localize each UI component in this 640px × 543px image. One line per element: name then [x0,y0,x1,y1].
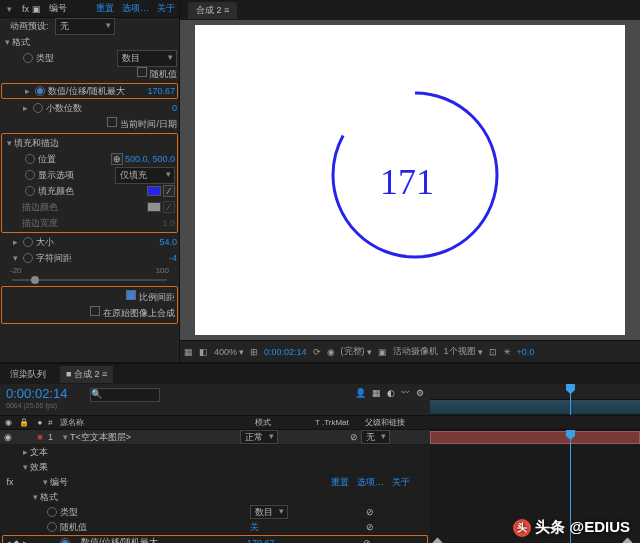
decimal-value[interactable]: 0 [172,103,177,113]
fx-badge: fx ▣ [22,4,41,14]
proportional-checkbox[interactable] [126,290,136,300]
fillcolor-label: 填充颜色 [38,185,74,198]
timecode-display[interactable]: 0:00:02:14 [264,347,307,357]
mode-dropdown[interactable]: 正常 [240,430,278,444]
playhead[interactable] [570,384,571,415]
anim-preset-dropdown[interactable]: 无 [55,18,115,35]
decimal-label: 小数位数 [46,102,82,115]
value-label: 数值/位移/随机最大 [48,85,125,98]
preview-tab[interactable]: 合成 2 ≡ [188,2,237,19]
channel-icon[interactable]: ◧ [199,347,208,357]
draft-icon[interactable]: ⚙ [416,388,424,398]
display-label: 显示选项 [38,169,74,182]
twirl-icon[interactable]: ▸ [20,103,30,113]
roi-icon[interactable]: ▣ [378,347,387,357]
anim-preset-label: 动画预设: [10,20,49,33]
twirl-icon[interactable]: ▸ [10,237,20,247]
layer-duration-bar[interactable] [430,431,640,444]
stroke-color-chip [147,202,161,212]
parent-dropdown[interactable]: 无 [361,430,390,444]
eyedropper-icon[interactable]: ⁄ [163,185,175,197]
composition-preview: 合成 2 ≡ 171 ▦ ◧ 400% ▾ ⊞ 0:00:02:14 ⟳ ◉ (… [180,0,640,362]
col-trkmat[interactable]: T .TrkMat [315,418,365,427]
crosshair-icon[interactable]: ⊕ [111,153,123,165]
stopwatch-icon[interactable] [33,103,43,113]
camera-dropdown[interactable]: 活动摄像机 [393,345,438,358]
effects-panel: ▾ fx ▣ 编号 重置 选项… 关于 动画预设: 无 ▾格式 类型 数目 随机… [0,0,180,362]
strokecolor-label: 描边颜色 [22,201,58,214]
toutiao-logo-icon: 头 [513,519,531,537]
twirl-icon[interactable]: ▾ [4,138,14,148]
time-ruler[interactable] [430,384,640,400]
twirl-icon[interactable]: ▸ [22,86,32,96]
fillstroke-section: 填充和描边 [14,137,59,150]
options-link[interactable]: 选项… [122,2,149,15]
collapse-icon[interactable]: ▾ [4,4,14,14]
random-checkbox[interactable] [137,67,147,77]
comp-tab[interactable]: ■ 合成 2 ≡ [60,366,113,383]
preview-footer: ▦ ◧ 400% ▾ ⊞ 0:00:02:14 ⟳ ◉ (完整) ▾ ▣ 活动摄… [180,340,640,362]
tracking-slider[interactable] [12,279,167,281]
alpha-icon[interactable]: ▦ [184,347,193,357]
work-area[interactable] [430,400,640,414]
layer-index: 1 [48,432,60,442]
keyframe-icon[interactable] [623,538,633,543]
current-time[interactable]: 0:00:02:14 [6,386,67,401]
shutter-icon[interactable]: ⟳ [313,347,321,357]
stopwatch-icon[interactable] [25,154,35,164]
composite-checkbox[interactable] [90,306,100,316]
display-dropdown[interactable]: 仅填充 [115,167,175,184]
layer-search[interactable]: 🔍 [90,388,160,402]
col-mode[interactable]: 模式 [255,417,315,428]
stopwatch-icon[interactable] [25,170,35,180]
type-label: 类型 [36,52,54,65]
snapshot-icon[interactable]: ◉ [327,347,335,357]
resolution-dropdown[interactable]: (完整) ▾ [341,345,372,358]
tracking-label: 字符间距 [36,252,72,265]
exposure-icon[interactable]: ☀ [503,347,511,357]
grid-icon[interactable]: ⊞ [250,347,258,357]
stopwatch-icon[interactable] [25,186,35,196]
col-name[interactable]: 源名称 [60,417,255,428]
preview-canvas[interactable]: 171 [180,20,640,340]
stopwatch-icon[interactable] [23,53,33,63]
number-display: 171 [380,161,434,203]
twirl-icon[interactable]: ▾ [10,253,20,263]
about-link[interactable]: 关于 [157,2,175,15]
strokewidth-value: 1.0 [162,218,175,228]
date-checkbox[interactable] [107,117,117,127]
position-value[interactable]: 500.0, 500.0 [125,154,175,164]
stopwatch-icon[interactable] [23,253,33,263]
type-dropdown[interactable]: 数目 [117,50,177,67]
zoom-dropdown[interactable]: 400% ▾ [214,347,244,357]
twirl-icon[interactable]: ▾ [2,37,12,47]
render-queue-tab[interactable]: 渲染队列 [4,366,52,383]
timeline-panel: 渲染队列 ■ 合成 2 ≡ 0:00:02:14 0064 (25.00 fps… [0,362,640,543]
format-section: 格式 [12,36,30,49]
value-number[interactable]: 170.67 [147,86,175,96]
stopwatch-icon[interactable] [23,237,33,247]
exposure-value[interactable]: +0.0 [517,347,535,357]
view-dropdown[interactable]: 1个视图 ▾ [444,345,483,358]
strokewidth-label: 描边宽度 [22,217,58,230]
fill-color-chip[interactable] [147,186,161,196]
size-label: 大小 [36,236,54,249]
twirl-icon[interactable]: ▾ [60,432,70,442]
effect-name[interactable]: 编号 [49,2,67,15]
stopwatch-icon[interactable] [35,86,45,96]
position-label: 位置 [38,153,56,166]
layer-name[interactable]: <空文本图层> [76,431,132,444]
motion-blur-icon[interactable]: ◐ [387,388,395,398]
shy-icon[interactable]: 👤 [355,388,366,398]
watermark: 头 头条 @EDIUS [513,518,630,537]
keyframe-icon[interactable] [433,538,443,543]
tracking-value[interactable]: -4 [169,253,177,263]
frame-blend-icon[interactable]: ▦ [372,388,381,398]
view-icon[interactable]: ⊡ [489,347,497,357]
reset-link[interactable]: 重置 [96,2,114,15]
eyedropper-icon: ⁄ [163,201,175,213]
col-parent[interactable]: 父级和链接 [365,417,445,428]
size-value[interactable]: 54.0 [159,237,177,247]
graph-icon[interactable]: 〰 [401,388,410,398]
